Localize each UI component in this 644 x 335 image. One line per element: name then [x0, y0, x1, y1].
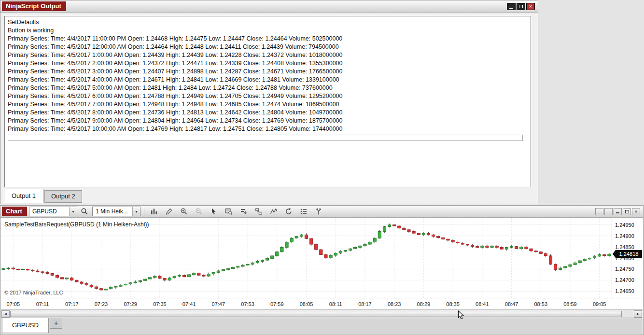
panels-button[interactable]	[252, 206, 266, 217]
tab-output-2[interactable]: Output 2	[44, 190, 82, 203]
minimize-button[interactable]	[614, 208, 622, 215]
horizontal-scrollbar[interactable]: ◄ ►	[1, 309, 643, 318]
minimize-button[interactable]	[507, 3, 516, 10]
price-marker: 1.24818	[616, 250, 642, 258]
output-line: Primary Series: Time: 4/5/2017 12:00:00 …	[8, 43, 528, 51]
time-axis-inner: 07:0507:1107:1707:2307:2907:3507:4107:47…	[1, 298, 611, 309]
price-axis[interactable]: 1.24818 1.249501.249001.248501.248001.24…	[612, 218, 643, 298]
price-axis-label: 1.24750	[615, 266, 634, 272]
instrument-search-button[interactable]	[79, 206, 90, 217]
time-axis-label: 08:05	[300, 301, 313, 307]
output-window-buttons: ×	[507, 3, 535, 10]
tab-gbpusd[interactable]: GBPUSD	[2, 318, 49, 333]
chart-style-button[interactable]	[148, 206, 161, 217]
reload-button[interactable]	[282, 206, 295, 217]
time-axis-label: 08:41	[476, 301, 489, 307]
chart-window-buttons: ×	[595, 208, 640, 215]
toolbar-separator	[144, 207, 144, 216]
close-button[interactable]: ×	[526, 3, 535, 10]
time-axis-label: 07:23	[95, 301, 108, 307]
minimize-icon	[616, 212, 619, 213]
ninjascript-output-window: NinjaScript Output × SetDefaultsButton i…	[0, 0, 538, 204]
output-line: Primary Series: Time: 4/5/2017 4:00:00 A…	[8, 76, 528, 84]
price-axis-label: 1.24850	[615, 244, 634, 250]
chevron-down-icon: ▼	[132, 207, 140, 216]
interval-value: 1 Min Heik...	[93, 208, 130, 215]
instrument-value: GBPUSD	[29, 208, 59, 215]
zoom-in-button[interactable]	[178, 206, 191, 217]
zoom-out-button[interactable]	[193, 206, 206, 217]
price-axis-label: 1.24900	[615, 233, 634, 239]
properties-button[interactable]	[312, 206, 325, 217]
time-axis-label: 08:53	[534, 301, 547, 307]
drawing-tools-button[interactable]	[163, 206, 176, 217]
restore-button[interactable]	[517, 3, 525, 10]
time-axis-label: 08:47	[505, 301, 518, 307]
output-titlebar[interactable]: NinjaScript Output ×	[0, 0, 538, 13]
restore-icon	[519, 5, 523, 8]
indicators-icon	[270, 208, 278, 215]
cursor-icon	[210, 208, 218, 215]
time-axis-label: 07:05	[7, 301, 20, 307]
chart-series-label: SampleTestBarsRequest(GBPUSD (1 Min Heik…	[4, 221, 149, 228]
reload-icon	[285, 208, 293, 215]
close-button[interactable]: ×	[632, 208, 640, 215]
output-line: Primary Series: Time: 4/5/2017 5:00:00 A…	[8, 84, 528, 92]
chart-main: SampleTestBarsRequest(GBPUSD (1 Min Heik…	[1, 218, 643, 298]
time-axis-label: 08:23	[388, 301, 401, 307]
time-axis-label: 08:29	[417, 301, 431, 307]
desktop: NinjaScript Output × SetDefaultsButton i…	[0, 0, 644, 335]
output-line: Primary Series: Time: 4/4/2017 11:00:00 …	[8, 35, 528, 43]
tab-output-1[interactable]: Output 1	[4, 189, 43, 203]
mouse-cursor	[458, 310, 464, 320]
cursor-button[interactable]	[208, 206, 221, 217]
time-axis-label: 08:11	[329, 301, 342, 307]
pencil-icon	[165, 208, 173, 215]
chart-titlebar[interactable]: Chart GBPUSD ▼ 1 Min Heik... ▼	[0, 206, 643, 218]
indicators-button[interactable]	[267, 206, 280, 217]
output-line: Primary Series: Time: 4/5/2017 10:00:00 …	[8, 125, 528, 133]
output-line: Button is working	[8, 27, 528, 35]
maximize-icon	[625, 210, 629, 213]
chevron-down-icon: ▼	[69, 207, 77, 216]
output-line: SetDefaults	[8, 18, 528, 27]
time-axis-label: 07:17	[65, 301, 79, 307]
time-axis[interactable]: 07:0507:1107:1707:2307:2907:3507:4107:47…	[1, 298, 643, 309]
scroll-left-button[interactable]: ◄	[1, 310, 10, 318]
time-axis-label: 08:59	[563, 301, 577, 307]
output-text-area[interactable]: SetDefaultsButton is workingPrimary Seri…	[4, 16, 531, 187]
time-axis-label: 07:41	[182, 301, 196, 307]
output-input[interactable]	[8, 135, 523, 141]
minimize-icon	[509, 8, 513, 9]
scroll-right-button[interactable]: ►	[634, 310, 642, 318]
data-series-button[interactable]	[297, 206, 310, 217]
maximize-button[interactable]	[623, 208, 631, 215]
add-tab-button[interactable]: +	[50, 318, 62, 329]
zoom-out-icon	[195, 208, 203, 215]
instrument-link-button[interactable]	[595, 208, 603, 215]
interval-selector[interactable]: 1 Min Heik... ▼	[92, 207, 140, 216]
zoom-in-icon	[180, 208, 188, 215]
output-tabs: Output 1 Output 2	[4, 189, 83, 203]
chart-tab-bar: GBPUSD +	[1, 318, 643, 334]
copyright-label: © 2017 NinjaTrader, LLC	[4, 290, 63, 295]
output-line: Primary Series: Time: 4/5/2017 8:00:00 A…	[8, 109, 528, 117]
chart-trader-button[interactable]	[238, 206, 251, 217]
time-axis-label: 07:29	[124, 301, 137, 307]
instrument-selector[interactable]: GBPUSD ▼	[29, 207, 77, 216]
output-line: Primary Series: Time: 4/5/2017 2:00:00 A…	[8, 59, 528, 68]
interval-link-button[interactable]	[604, 208, 613, 215]
data-box-button[interactable]	[223, 206, 236, 217]
time-axis-label: 07:35	[153, 301, 167, 307]
chart-plot[interactable]: SampleTestBarsRequest(GBPUSD (1 Min Heik…	[1, 218, 612, 298]
price-axis-label: 1.24650	[615, 288, 634, 294]
time-axis-label: 08:35	[446, 301, 460, 307]
close-icon: ×	[634, 209, 637, 214]
time-axis-label: 07:11	[36, 301, 49, 307]
arrow-right-icon: ►	[636, 312, 640, 316]
output-line: Primary Series: Time: 4/5/2017 9:00:00 A…	[8, 117, 528, 125]
scroll-thumb[interactable]	[10, 311, 622, 317]
data-box-icon	[225, 208, 233, 215]
output-line: Primary Series: Time: 4/5/2017 7:00:00 A…	[8, 100, 528, 109]
panels-icon	[255, 208, 263, 215]
